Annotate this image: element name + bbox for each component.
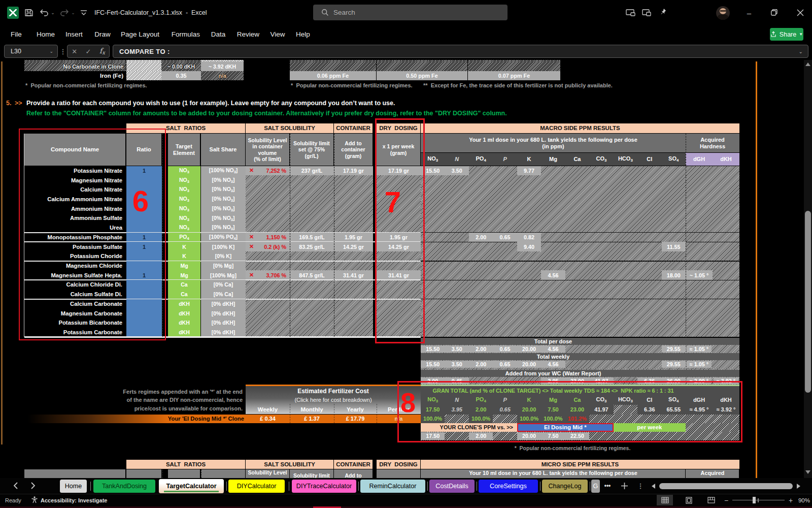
sheet-nav-right-icon[interactable] [26, 482, 38, 490]
micro-header-micro-results[interactable]: MICRO SIDE PPM RESULTS [421, 460, 739, 469]
cell-target-element[interactable]: dKH [168, 328, 200, 337]
cell-fe-ppm-0[interactable]: 0.06 ppm Fe [290, 71, 376, 80]
total-per-dose-mg[interactable]: 4.56 [541, 345, 565, 353]
cell-macro-mg[interactable]: 4.56 [541, 270, 565, 280]
cell-blank-hatch[interactable] [290, 61, 376, 71]
share-button[interactable]: Share▼ [770, 28, 803, 41]
undo-dropdown-icon[interactable]: ⌄ [50, 9, 55, 16]
cost-value-1[interactable]: £ 1.37 [290, 415, 334, 423]
header-salt-solubility[interactable]: SALT SOLUBILITY [246, 123, 333, 133]
cell-macro-k[interactable]: 9.77 [517, 166, 541, 176]
cell-target-element[interactable]: Mg [168, 261, 200, 271]
cell-container[interactable]: 31.41 gr [334, 270, 373, 280]
micro-header-container[interactable]: CONTAINER [334, 460, 373, 469]
redo-dropdown-icon[interactable]: ⌄ [71, 9, 76, 16]
cell-salt-share[interactable]: [0% Mg] [201, 261, 246, 271]
sheet-tab-diycalculator[interactable]: DIYCalculator [228, 480, 285, 493]
view-page-break-button[interactable] [703, 495, 719, 505]
cell-blank-hatch[interactable] [126, 61, 161, 71]
header-total-per-dose[interactable]: Total per dose [421, 338, 686, 345]
header-macro-col-co3[interactable]: CO3 [589, 153, 613, 166]
cost-row-label[interactable]: Your 'EI Dosing Mid *' Clone [91, 415, 244, 423]
cell-target-element[interactable]: NO3 [168, 166, 200, 176]
cell-blank-hatch[interactable] [468, 61, 560, 71]
header-add-to-container[interactable]: Add to container (gram) [334, 134, 373, 166]
save-icon[interactable] [24, 8, 34, 18]
header-macro-col-ca[interactable]: Ca [565, 153, 589, 166]
name-box[interactable]: L30⌄ [4, 45, 58, 58]
cell-salt-share[interactable]: [0% NO3] [201, 195, 246, 204]
zoom-slider-thumb[interactable] [753, 497, 756, 503]
cell-solubility-limit[interactable]: 169.5 gr/L [290, 233, 334, 242]
cell-target-element[interactable]: dKH [168, 308, 200, 318]
cell-macro-po4[interactable]: 2.00 [469, 233, 493, 242]
close-button[interactable] [796, 9, 804, 17]
cell-iron-value[interactable]: 0.35 [161, 71, 201, 80]
cell-macro-n[interactable]: 3.50 [445, 166, 468, 176]
sheet-tab-targetcalculator[interactable]: TargetCalculator [159, 479, 224, 494]
v-scroll-up-icon[interactable] [805, 62, 810, 66]
cell-blank-hatch[interactable] [377, 61, 467, 71]
total-per-dose-n[interactable]: 3.50 [445, 345, 468, 353]
zoom-in-button[interactable]: + [787, 496, 794, 504]
minimize-button[interactable]: – [742, 9, 756, 17]
sheet-tab-changelog[interactable]: ChangeLog [542, 480, 588, 493]
present-screen-icon[interactable] [626, 9, 635, 17]
restore-button[interactable] [771, 9, 777, 15]
more-sheets-icon[interactable]: ••• [603, 482, 612, 490]
cell-target-element[interactable]: dKH [168, 318, 200, 328]
sheet-tab-home[interactable]: Home [60, 480, 87, 493]
h-scrollbar-thumb[interactable] [659, 483, 793, 489]
pin-icon[interactable] [659, 8, 667, 17]
header-dkh[interactable]: dKH [713, 153, 739, 166]
header-macro-results[interactable]: MACRO SIDE PPM RESULTS [421, 123, 739, 133]
cell-container[interactable]: 14.25 gr [334, 242, 373, 251]
header-macro-col-p[interactable]: P [493, 153, 517, 166]
cell-fe-ppm-2[interactable]: 0.07 ppm Fe [468, 71, 560, 80]
sheet-options-icon[interactable]: ⋮ [638, 482, 643, 490]
header-macro-col-mg[interactable]: Mg [541, 153, 565, 166]
total-per-dose-so4[interactable]: 29.55 [662, 345, 686, 353]
header-solubility-limit[interactable]: Solubility limit set @ 75% (gr/L) [290, 134, 333, 166]
total-per-dose-dgh[interactable]: ≈ 1.05 ° [687, 345, 712, 353]
cell-dkh-current[interactable]: ~ 0.00 dKH [161, 61, 201, 71]
cell-blank-hatch[interactable] [126, 71, 161, 80]
total-per-dose-p[interactable]: 0.65 [493, 345, 517, 353]
cell-target-element[interactable]: dKH [168, 299, 200, 309]
cell-iron-na[interactable]: n/a [201, 71, 244, 80]
cell-salt-share[interactable]: [0% dKH] [201, 318, 246, 328]
total-per-dose-no3[interactable]: 15.50 [421, 345, 445, 353]
cell-solubility-level[interactable]: ✕0.2 (k) % [246, 242, 290, 251]
enter-icon[interactable]: ✓ [86, 48, 91, 55]
cell-dgh[interactable]: ~ 1.05 ° [686, 270, 713, 280]
sheet-tab-remincalculator[interactable]: ReminCalculator [360, 480, 425, 493]
cell-salt-share[interactable]: [100% K] [201, 242, 246, 251]
cell-solubility-limit[interactable]: 847.5 gr/L [290, 270, 334, 280]
zoom-level[interactable]: 90% [795, 496, 810, 504]
header-macro-col-so4[interactable]: SO4 [662, 153, 686, 166]
cell-container[interactable]: 1.95 gr [334, 233, 373, 242]
total-weekly-po4[interactable]: 2.00 [469, 361, 493, 368]
cell-target-element[interactable]: NO3 [168, 213, 200, 223]
cell-target-element[interactable]: NO3 [168, 175, 200, 185]
cell-container[interactable]: 17.19 gr [334, 166, 373, 176]
search-box[interactable]: Search [313, 5, 507, 20]
view-normal-button[interactable] [657, 495, 673, 505]
undo-icon[interactable] [39, 8, 50, 18]
micro-header-salt-solubility[interactable]: SALT SOLUBILITY [246, 460, 333, 469]
cell-salt-share[interactable]: [100% NO3] [201, 166, 246, 176]
header-macro-col-k[interactable]: K [517, 153, 541, 166]
cell-solubility-level[interactable]: ✕1,150 % [246, 233, 290, 242]
total-weekly-so4[interactable]: 29.55 [662, 361, 686, 368]
cell-macro-p[interactable]: 0.65 [493, 233, 517, 242]
cell-target-element[interactable]: NO3 [168, 223, 200, 233]
header-macro-col-n[interactable]: N [445, 153, 468, 166]
cell-macro-k[interactable]: 0.82 [517, 233, 541, 242]
header-target-element[interactable]: Target Element [168, 134, 200, 166]
header-solubility-level[interactable]: Solubility Level in container volume (% … [246, 134, 289, 166]
total-per-dose-k[interactable]: 20.00 [517, 345, 541, 353]
cell-solubility-level[interactable]: ✕7,252 % [246, 166, 290, 176]
header-container[interactable]: CONTAINER [334, 123, 373, 133]
cell-macro-so4[interactable]: 18.00 [662, 270, 686, 280]
cell-macro-so4[interactable]: 11.55 [662, 242, 686, 251]
